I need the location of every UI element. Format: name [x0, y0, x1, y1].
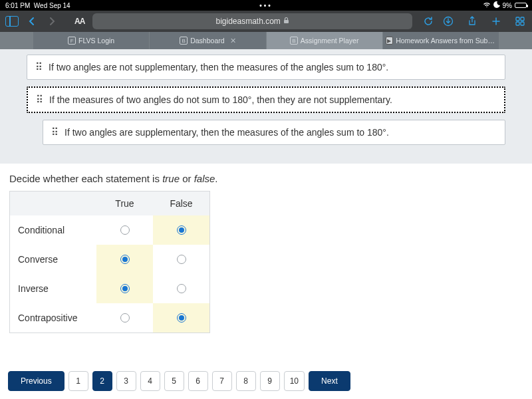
question-prompt: Decide whether each statement is true or… [0, 164, 532, 191]
wifi-icon [483, 1, 491, 9]
tab-label: Dashboard [190, 37, 224, 45]
page-number-button[interactable]: 3 [116, 371, 136, 391]
moon-icon [493, 1, 500, 9]
page-number-button[interactable]: 7 [212, 371, 232, 391]
radio-cell-false[interactable] [153, 245, 209, 274]
drag-handle-icon[interactable] [51, 130, 58, 135]
tab-assignment-player[interactable]: B Assignment Player [267, 32, 382, 49]
statement-text: If two angles are supplementary, then th… [65, 127, 389, 138]
tab-badge-icon: B [180, 37, 188, 45]
svg-rect-4 [516, 22, 519, 25]
text-size-button[interactable]: AA [74, 17, 84, 26]
page-number-button[interactable]: 1 [68, 371, 88, 391]
table-header-row: True False [10, 192, 209, 215]
tab-badge-icon: F [68, 37, 76, 45]
row-label: Converse [10, 245, 96, 274]
radio-cell-true[interactable] [96, 245, 153, 274]
page-number-button[interactable]: 10 [284, 371, 305, 391]
radio-cell-true[interactable] [96, 215, 153, 245]
multitask-dots[interactable]: ••• [259, 2, 273, 9]
draggable-statement[interactable]: If two angles are supplementary, then th… [43, 120, 505, 145]
svg-rect-2 [516, 17, 519, 21]
statement-text: If the measures of two angles do not sum… [49, 94, 392, 105]
table-row: Contrapositive [10, 303, 209, 332]
tabs-button[interactable] [512, 13, 528, 29]
tab-label: Assignment Player [301, 37, 359, 45]
share-button[interactable] [464, 13, 480, 29]
radio-button[interactable] [120, 255, 130, 264]
radio-button[interactable] [120, 284, 130, 293]
page-content: If two angles are not supplementary, the… [0, 49, 532, 333]
radio-button[interactable] [120, 313, 130, 323]
page-number-button[interactable]: 2 [92, 371, 112, 391]
radio-cell-false[interactable] [153, 303, 209, 332]
tab-badge-icon: ▶ [386, 37, 393, 45]
drag-handle-icon[interactable] [35, 65, 42, 70]
tab-homework-answers[interactable]: ▶ Homework Answers from Subjec... [383, 32, 499, 49]
draggable-statement[interactable]: If the measures of two angles do not sum… [27, 86, 505, 113]
drag-handle-icon[interactable] [36, 98, 43, 102]
radio-button[interactable] [177, 284, 186, 293]
table-row: Inverse [10, 274, 209, 303]
status-time-date: 6:01 PM Wed Sep 14 [5, 2, 70, 9]
radio-cell-false[interactable] [153, 215, 209, 245]
row-label: Contrapositive [10, 303, 96, 332]
radio-button[interactable] [120, 225, 130, 235]
tab-strip: F FLVS Login B Dashboard ✕ B Assignment … [0, 32, 532, 49]
back-button[interactable] [24, 13, 40, 29]
header-blank [10, 192, 96, 215]
page-number-button[interactable]: 5 [164, 371, 184, 391]
browser-toolbar: AA bigideasmath.com [0, 11, 532, 32]
table-row: Converse [10, 245, 209, 274]
radio-cell-false[interactable] [153, 274, 209, 303]
page-number-button[interactable]: 4 [140, 371, 160, 391]
header-false: False [153, 192, 209, 215]
battery-percent: 9% [503, 2, 512, 9]
previous-button[interactable]: Previous [8, 371, 65, 391]
url-bar[interactable]: bigideasmath.com [92, 13, 412, 29]
draggable-statement[interactable]: If two angles are not supplementary, the… [27, 55, 505, 80]
page-number-button[interactable]: 9 [260, 371, 280, 391]
status-right: 9% [483, 1, 527, 9]
tab-close-icon[interactable]: ✕ [230, 37, 236, 45]
page-navigation: Previous 12345678910 Next [0, 371, 532, 391]
tab-label: FLVS Login [78, 37, 114, 45]
draggable-statements-area: If two angles are not supplementary, the… [0, 49, 532, 164]
svg-rect-3 [521, 17, 524, 21]
forward-button [44, 13, 60, 29]
tab-flvs-login[interactable]: F FLVS Login [33, 32, 149, 49]
radio-button[interactable] [177, 225, 186, 235]
ios-status-bar: 6:01 PM Wed Sep 14 ••• 9% [0, 0, 532, 11]
svg-rect-0 [284, 20, 289, 23]
radio-button[interactable] [177, 255, 186, 264]
true-false-table: True False ConditionalConverseInverseCon… [9, 191, 210, 333]
battery-icon [515, 3, 527, 8]
radio-cell-true[interactable] [96, 274, 153, 303]
new-tab-button[interactable] [488, 13, 504, 29]
svg-rect-5 [521, 22, 524, 25]
tab-badge-icon: B [290, 37, 298, 45]
page-number-button[interactable]: 6 [188, 371, 208, 391]
downloads-button[interactable] [440, 13, 456, 29]
tab-label: Homework Answers from Subjec... [396, 37, 496, 45]
next-button[interactable]: Next [309, 371, 350, 391]
row-label: Inverse [10, 274, 96, 303]
url-text: bigideasmath.com [215, 17, 280, 26]
row-label: Conditional [10, 215, 96, 245]
header-true: True [96, 192, 153, 215]
sidebar-toggle-button[interactable] [4, 13, 20, 29]
tab-dashboard[interactable]: B Dashboard ✕ [150, 32, 265, 49]
table-row: Conditional [10, 215, 209, 245]
radio-button[interactable] [177, 313, 186, 323]
page-number-button[interactable]: 8 [236, 371, 256, 391]
lock-icon [283, 17, 289, 26]
reload-button[interactable] [420, 13, 436, 29]
radio-cell-true[interactable] [96, 303, 153, 332]
statement-text: If two angles are not supplementary, the… [49, 62, 388, 72]
